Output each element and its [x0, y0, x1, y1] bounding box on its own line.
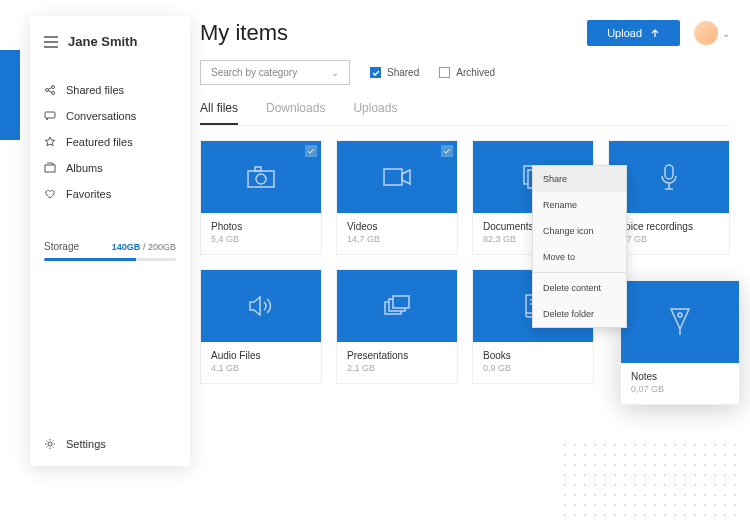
card-size: 14,7 GB	[347, 234, 447, 244]
sidebar-item-favorites[interactable]: Favorites	[44, 181, 176, 207]
card-notes[interactable]: Notes0,07 GB	[620, 280, 740, 405]
heart-icon	[44, 188, 56, 200]
shared-label: Shared	[387, 67, 419, 78]
sidebar-item-label: Featured files	[66, 136, 133, 148]
storage-fill	[44, 258, 136, 261]
username: Jane Smith	[68, 34, 137, 49]
tab-all-files[interactable]: All files	[200, 101, 238, 125]
card-size: 0,07 GB	[631, 384, 729, 394]
album-icon	[44, 162, 56, 174]
card-size: 6,7 GB	[619, 234, 719, 244]
archived-checkbox[interactable]	[439, 67, 450, 78]
nav-list: Shared files Conversations Featured file…	[44, 77, 176, 207]
sidebar-item-featured[interactable]: Featured files	[44, 129, 176, 155]
chevron-down-icon: ⌄	[331, 67, 339, 78]
svg-point-0	[46, 89, 49, 92]
card-select-icon[interactable]	[441, 145, 453, 157]
svg-rect-12	[665, 165, 673, 179]
storage-bar	[44, 258, 176, 261]
category-select[interactable]: Search by category ⌄	[200, 60, 350, 85]
card-photos[interactable]: Photos5,4 GB	[200, 140, 322, 255]
settings-label: Settings	[66, 438, 106, 450]
context-rename[interactable]: Rename	[533, 192, 626, 218]
divider	[533, 272, 626, 273]
card-title: Audio Files	[211, 350, 311, 361]
svg-point-7	[256, 174, 266, 184]
tab-downloads[interactable]: Downloads	[266, 101, 325, 125]
card-size: 0,9 GB	[483, 363, 583, 373]
sidebar-item-albums[interactable]: Albums	[44, 155, 176, 181]
menu-icon[interactable]	[44, 36, 58, 48]
sidebar-item-label: Conversations	[66, 110, 136, 122]
main-content: My items Upload ⌄ Search by category ⌄ S…	[200, 20, 730, 500]
sidebar-item-conversations[interactable]: Conversations	[44, 103, 176, 129]
storage-used: 140GB	[112, 242, 141, 252]
upload-icon	[650, 28, 660, 38]
svg-point-16	[678, 313, 682, 317]
page-title: My items	[200, 20, 288, 46]
storage-label: Storage	[44, 241, 79, 252]
context-menu: Share Rename Change icon Move to Delete …	[532, 165, 627, 328]
tab-bar: All files Downloads Uploads	[200, 101, 730, 126]
card-audio[interactable]: Audio Files4,1 GB	[200, 269, 322, 384]
svg-point-1	[52, 86, 55, 89]
archived-label: Archived	[456, 67, 495, 78]
context-change-icon[interactable]: Change icon	[533, 218, 626, 244]
card-title: Notes	[631, 371, 729, 382]
storage-section: Storage 140GB / 200GB	[44, 241, 176, 261]
pen-icon	[667, 307, 693, 337]
tab-uploads[interactable]: Uploads	[353, 101, 397, 125]
svg-point-2	[52, 92, 55, 95]
card-videos[interactable]: Videos14,7 GB	[336, 140, 458, 255]
svg-rect-4	[45, 165, 55, 172]
card-title: Voice recordings	[619, 221, 719, 232]
card-select-icon[interactable]	[305, 145, 317, 157]
sidebar-item-label: Albums	[66, 162, 103, 174]
card-size: 2,1 GB	[347, 363, 447, 373]
star-icon	[44, 136, 56, 148]
sidebar-item-settings[interactable]: Settings	[44, 438, 106, 450]
card-size: 4,1 GB	[211, 363, 311, 373]
chevron-down-icon: ⌄	[722, 28, 730, 39]
context-move-to[interactable]: Move to	[533, 244, 626, 270]
card-title: Photos	[211, 221, 311, 232]
upload-label: Upload	[607, 27, 642, 39]
svg-rect-15	[393, 296, 409, 308]
decorative-strip	[0, 50, 20, 140]
storage-total: / 200GB	[143, 242, 176, 252]
svg-rect-3	[45, 112, 55, 118]
chat-icon	[44, 110, 56, 122]
card-presentations[interactable]: Presentations2,1 GB	[336, 269, 458, 384]
svg-rect-9	[384, 169, 402, 185]
sidebar-item-shared[interactable]: Shared files	[44, 77, 176, 103]
video-icon	[382, 167, 412, 187]
svg-rect-8	[255, 167, 261, 171]
check-icon	[372, 69, 380, 77]
sidebar-item-label: Favorites	[66, 188, 111, 200]
user-menu[interactable]: ⌄	[694, 21, 730, 45]
shared-checkbox[interactable]	[370, 67, 381, 78]
context-share[interactable]: Share	[533, 166, 626, 192]
sidebar: Jane Smith Shared files Conversations Fe…	[30, 16, 190, 466]
microphone-icon	[659, 163, 679, 191]
card-title: Videos	[347, 221, 447, 232]
sidebar-item-label: Shared files	[66, 84, 124, 96]
shared-checkbox-wrap[interactable]: Shared	[370, 67, 419, 78]
gear-icon	[44, 438, 56, 450]
speaker-icon	[247, 294, 275, 318]
avatar	[694, 21, 718, 45]
svg-point-5	[48, 442, 52, 446]
category-select-placeholder: Search by category	[211, 67, 297, 78]
card-size: 5,4 GB	[211, 234, 311, 244]
card-title: Books	[483, 350, 583, 361]
upload-button[interactable]: Upload	[587, 20, 680, 46]
archived-checkbox-wrap[interactable]: Archived	[439, 67, 495, 78]
context-delete-folder[interactable]: Delete folder	[533, 301, 626, 327]
card-title: Presentations	[347, 350, 447, 361]
camera-icon	[246, 165, 276, 189]
context-delete-content[interactable]: Delete content	[533, 275, 626, 301]
slides-icon	[383, 294, 411, 318]
share-icon	[44, 84, 56, 96]
